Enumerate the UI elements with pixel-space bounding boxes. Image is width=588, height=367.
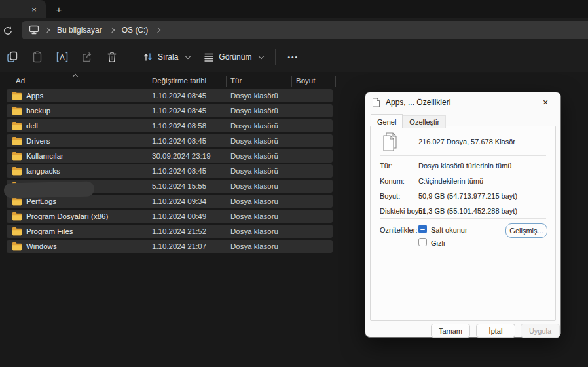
tab-bar: × + bbox=[0, 0, 588, 18]
file-row[interactable]: Program Dosyaları (x86)1.10.2024 00:49Do… bbox=[7, 210, 333, 223]
list-header: Ad Değiştirme tarihi Tür Boyut bbox=[0, 73, 588, 89]
address-bar[interactable]: Bu bilgisayar OS (C:) bbox=[22, 21, 588, 39]
folder-icon bbox=[12, 212, 22, 222]
file-date-modified: 1.10.2024 09:34 bbox=[152, 197, 206, 205]
file-row[interactable]: dell1.10.2024 08:58Dosya klasörü bbox=[7, 119, 333, 132]
file-name: Program Files bbox=[26, 227, 73, 235]
cancel-button[interactable]: İptal bbox=[476, 324, 515, 338]
apply-button[interactable]: Uygula bbox=[521, 324, 560, 338]
paste-button[interactable] bbox=[25, 46, 50, 68]
new-tab-button[interactable]: + bbox=[51, 2, 67, 16]
delete-button[interactable] bbox=[100, 46, 124, 68]
file-type: Dosya klasörü bbox=[230, 182, 278, 190]
file-type: Dosya klasörü bbox=[230, 212, 278, 220]
folder-icon bbox=[12, 197, 22, 207]
sort-ascending-icon bbox=[73, 74, 78, 79]
file-date-modified: 5.10.2024 15:55 bbox=[152, 182, 206, 190]
column-header-size[interactable]: Boyut bbox=[296, 77, 315, 85]
file-date-modified: 1.10.2024 21:52 bbox=[152, 227, 206, 235]
tab-ozellestir[interactable]: Özelleştir bbox=[403, 115, 446, 128]
folder-icon bbox=[12, 242, 22, 252]
copy-icon bbox=[6, 50, 19, 64]
copy-button[interactable] bbox=[0, 46, 25, 68]
type-label: Tür: bbox=[380, 162, 393, 170]
file-type: Dosya klasörü bbox=[230, 122, 278, 130]
file-icon bbox=[372, 98, 380, 107]
column-header-date[interactable]: Değiştirme tarihi bbox=[152, 77, 206, 85]
selection-summary: 216.027 Dosya, 57.678 Klasör bbox=[418, 138, 515, 145]
sort-button[interactable]: Sırala bbox=[136, 46, 196, 68]
file-date-modified: 1.10.2024 08:45 bbox=[152, 92, 206, 100]
file-date-modified: 1.10.2024 08:45 bbox=[152, 107, 206, 115]
file-row[interactable]: Program Files1.10.2024 21:52Dosya klasör… bbox=[7, 225, 333, 238]
svg-text:A: A bbox=[60, 53, 65, 61]
ok-button[interactable]: Tamam bbox=[431, 324, 470, 338]
column-separator[interactable] bbox=[147, 76, 147, 87]
advanced-button[interactable]: Gelişmiş... bbox=[505, 223, 547, 238]
file-date-modified: 1.10.2024 21:07 bbox=[152, 242, 206, 250]
file-explorer-window: × + Bu bilgisayar OS (C:) bbox=[0, 0, 588, 367]
column-separator[interactable] bbox=[291, 76, 292, 87]
file-row[interactable]: Drivers1.10.2024 08:45Dosya klasörü bbox=[7, 134, 333, 147]
size-value: 50,9 GB (54.713.977.215 bayt) bbox=[418, 192, 517, 200]
file-row[interactable]: 5.10.2024 15:55Dosya klasörü bbox=[7, 180, 333, 193]
sort-arrows-icon bbox=[142, 52, 154, 62]
file-name: Drivers bbox=[26, 137, 50, 145]
file-name: Windows bbox=[26, 242, 57, 250]
file-name: dell bbox=[26, 122, 38, 130]
column-separator[interactable] bbox=[226, 76, 227, 87]
breadcrumb-os-c[interactable]: OS (C:) bbox=[119, 24, 151, 36]
rename-button[interactable]: A bbox=[50, 46, 75, 68]
dialog-title: Apps, ... Özellikleri bbox=[386, 98, 450, 107]
file-name: PerfLogs bbox=[26, 197, 56, 205]
explorer-tab[interactable]: × bbox=[0, 0, 46, 18]
readonly-checkbox[interactable] bbox=[418, 225, 427, 233]
folder-icon bbox=[12, 121, 22, 132]
file-name: Kullanıcılar bbox=[26, 152, 64, 160]
view-button[interactable]: Görünüm bbox=[196, 46, 270, 68]
tab-genel[interactable]: Genel bbox=[371, 114, 403, 128]
file-row[interactable]: langpacks1.10.2024 08:45Dosya klasörü bbox=[7, 164, 333, 178]
column-header-type[interactable]: Tür bbox=[230, 77, 242, 85]
see-more-button[interactable]: ••• bbox=[281, 54, 305, 61]
file-type: Dosya klasörü bbox=[230, 167, 278, 175]
readonly-label[interactable]: Salt okunur bbox=[431, 226, 468, 234]
paste-icon bbox=[31, 50, 44, 64]
file-row[interactable]: Kullanıcılar30.09.2024 23:19Dosya klasör… bbox=[7, 149, 333, 163]
redaction-scribble bbox=[4, 182, 94, 199]
divider bbox=[380, 218, 546, 219]
file-row[interactable]: Apps1.10.2024 08:45Dosya klasörü bbox=[7, 89, 333, 102]
file-type: Dosya klasörü bbox=[230, 242, 278, 250]
file-name: Program Dosyaları (x86) bbox=[26, 212, 108, 220]
file-row[interactable]: backup1.10.2024 08:45Dosya klasörü bbox=[7, 104, 333, 117]
column-header-name[interactable]: Ad bbox=[16, 77, 25, 85]
file-type: Dosya klasörü bbox=[230, 137, 278, 145]
chevron-down-icon bbox=[185, 53, 191, 58]
folder-icon bbox=[12, 151, 22, 162]
dialog-close-icon[interactable]: × bbox=[537, 94, 554, 110]
share-button[interactable] bbox=[75, 46, 100, 68]
breadcrumb-this-pc[interactable]: Bu bilgisayar bbox=[54, 24, 105, 36]
view-label: Görünüm bbox=[219, 52, 251, 62]
folder-icon bbox=[12, 166, 22, 177]
dialog-title-bar: Apps, ... Özellikleri × bbox=[365, 92, 560, 112]
hidden-label[interactable]: Gizli bbox=[431, 239, 445, 247]
refresh-icon[interactable] bbox=[1, 24, 14, 37]
view-list-icon bbox=[203, 52, 215, 62]
multiple-files-icon bbox=[381, 132, 399, 153]
tab-close-icon[interactable]: × bbox=[26, 3, 42, 16]
size-on-disk-value: 51,3 GB (55.101.452.288 bayt) bbox=[418, 207, 517, 215]
share-icon bbox=[81, 50, 94, 64]
folder-icon bbox=[12, 91, 22, 102]
location-value: C:\içindekilerin tümü bbox=[418, 177, 483, 185]
file-row[interactable]: Windows1.10.2024 21:07Dosya klasörü bbox=[7, 240, 333, 253]
file-name: Apps bbox=[26, 92, 43, 100]
type-value: Dosya klasörü türlerinin tümü bbox=[418, 162, 511, 170]
dialog-tabs: Genel Özelleştir bbox=[371, 114, 446, 128]
file-type: Dosya klasörü bbox=[230, 107, 278, 115]
breadcrumb-chevron-icon bbox=[109, 28, 114, 33]
column-separator[interactable] bbox=[335, 76, 336, 87]
hidden-checkbox[interactable] bbox=[418, 238, 427, 246]
toolbar-separator bbox=[130, 49, 130, 65]
location-label: Konum: bbox=[380, 177, 405, 185]
